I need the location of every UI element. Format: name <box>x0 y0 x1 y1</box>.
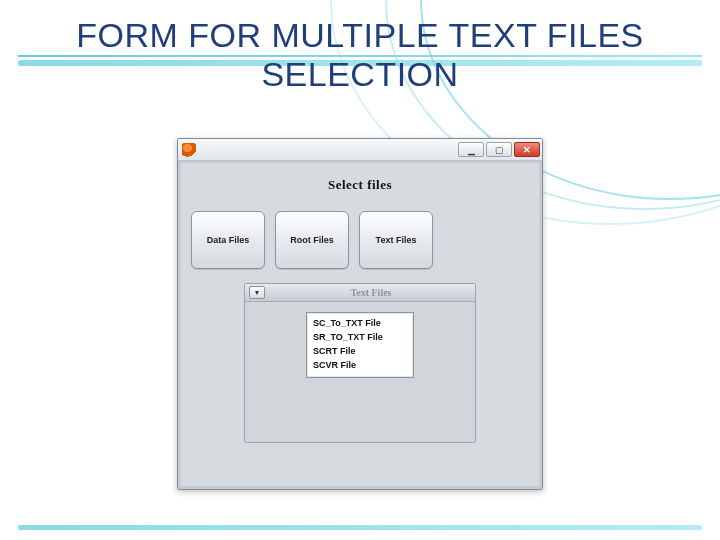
window-titlebar[interactable]: ▁ ▢ ✕ <box>178 139 542 161</box>
java-icon <box>182 143 196 157</box>
app-window: ▁ ▢ ✕ Select files Data Files Root Files… <box>177 138 543 490</box>
window-controls: ▁ ▢ ✕ <box>458 142 540 157</box>
close-icon: ✕ <box>523 145 531 155</box>
panel-body: SC_To_TXT File SR_TO_TXT File SCRT File … <box>245 302 475 442</box>
maximize-button[interactable]: ▢ <box>486 142 512 157</box>
panel-title: Text Files <box>271 287 471 298</box>
list-item[interactable]: SCRT File <box>313 345 407 359</box>
file-list[interactable]: SC_To_TXT File SR_TO_TXT File SCRT File … <box>306 312 414 378</box>
slide-title: FORM FOR MULTIPLE TEXT FILES SELECTION <box>0 16 720 94</box>
list-item[interactable]: SC_To_TXT File <box>313 317 407 331</box>
list-item[interactable]: SR_TO_TXT File <box>313 331 407 345</box>
file-type-button-row: Data Files Root Files Text Files <box>191 211 529 269</box>
root-files-button[interactable]: Root Files <box>275 211 349 269</box>
minimize-icon: ▁ <box>468 145 475 155</box>
chevron-down-icon: ▾ <box>255 288 259 297</box>
decorative-rule <box>18 525 702 530</box>
minimize-button[interactable]: ▁ <box>458 142 484 157</box>
text-files-button[interactable]: Text Files <box>359 211 433 269</box>
window-client-area: Select files Data Files Root Files Text … <box>178 161 542 489</box>
panel-menu-button[interactable]: ▾ <box>249 286 265 299</box>
text-files-panel: ▾ Text Files SC_To_TXT File SR_TO_TXT Fi… <box>244 283 476 443</box>
panel-titlebar[interactable]: ▾ Text Files <box>245 284 475 302</box>
maximize-icon: ▢ <box>495 145 504 155</box>
form-heading: Select files <box>191 177 529 193</box>
list-item[interactable]: SCVR File <box>313 359 407 373</box>
close-button[interactable]: ✕ <box>514 142 540 157</box>
data-files-button[interactable]: Data Files <box>191 211 265 269</box>
